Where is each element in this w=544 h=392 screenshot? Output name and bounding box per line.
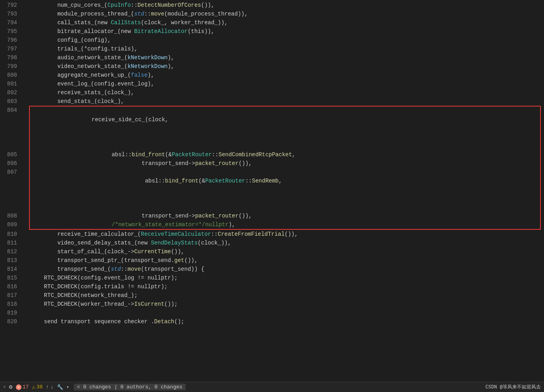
- code-line-806: 806 transport_send->packet_router()),: [0, 159, 541, 168]
- code-line-805: 805 absl::bind_front(&PacketRouter::Send…: [0, 150, 541, 159]
- code-line-820: 820 send transport sequence checker .Det…: [0, 317, 544, 326]
- code-line-799: 799 video_network_state_(kNetworkDown),: [0, 62, 544, 71]
- code-line-812: 812 start_of_call_(clock_->CurrentTime()…: [0, 247, 544, 256]
- error-indicator[interactable]: ✕ 17: [16, 384, 29, 390]
- code-line-804: 804 receive_side_cc_(clock, ►: [0, 106, 541, 150]
- code-line-813: 813 transport_send_ptr_(transport_send.g…: [0, 256, 544, 265]
- code-line-818: 818 RTC_DCHECK(worker_thread_->IsCurrent…: [0, 300, 544, 309]
- settings-icon[interactable]: ⚙: [9, 383, 13, 391]
- git-status: < 0 changes | 0 authors, 0 changes: [74, 384, 186, 390]
- code-line-796: 796 config_(config),: [0, 36, 544, 45]
- quick-fix-icon[interactable]: 🔧: [57, 384, 63, 390]
- code-line-815: 815 RTC_DCHECK(config.event_log != nullp…: [0, 274, 544, 282]
- code-line-800: 800 aggregate_network_up_(false),: [0, 71, 544, 80]
- code-line-807: 807 absl::bind_front(&PacketRouter::Send…: [0, 168, 541, 212]
- code-line-816: 816 RTC_DCHECK(config.trials != nullptr)…: [0, 282, 544, 291]
- code-line-814: 814 transport_send_(std::move(transport_…: [0, 265, 544, 274]
- navigation-arrows[interactable]: ↑ ↓: [46, 384, 54, 390]
- code-line-801: 801 event_log_(config.event_log),: [0, 80, 544, 88]
- code-line-819: 819: [0, 309, 544, 317]
- status-bar: ▼ ⚙ ✕ 17 ⚠ 38 ↑ ↓ 🔧 ▾ < 0 changes | 0 au…: [0, 382, 544, 392]
- code-line-811: 811 video_send_delay_stats_(new SendDela…: [0, 239, 544, 247]
- warning-icon: ⚠: [32, 384, 35, 390]
- code-line-810: 810 receive_time_calculator_(ReceiveTime…: [0, 230, 544, 239]
- error-icon: ✕: [16, 384, 21, 390]
- brand-label: CSDN @等风来不如迎风去: [486, 384, 541, 390]
- code-line-817: 817 RTC_DCHECK(network_thread_);: [0, 291, 544, 300]
- scroll-indicator: ▼: [3, 385, 6, 390]
- code-line-797: 797 trials_(*config.trials),: [0, 45, 544, 53]
- code-line-798: 798 audio_network_state_(kNetworkDown),: [0, 53, 544, 62]
- arrow-up-icon[interactable]: ↑: [46, 384, 49, 390]
- code-line-809: 809 /*network_state_estimator=*/nullptr)…: [0, 220, 541, 230]
- code-line-792: 792 num_cpu_cores_(CpuInfo::DetectNumber…: [0, 1, 544, 10]
- error-count: 17: [23, 384, 29, 390]
- code-line-794: 794 call_stats_(new CallStats(clock_, wo…: [0, 18, 544, 27]
- warning-count: 38: [37, 384, 43, 390]
- quick-fix-dropdown[interactable]: ▾: [66, 384, 69, 390]
- code-line-793: 793 module_process_thread_(std::move(mod…: [0, 10, 544, 18]
- code-line-803: 803 send_stats_(clock_),: [0, 97, 544, 106]
- code-line-795: 795 bitrate_allocator_(new BitrateAlloca…: [0, 27, 544, 36]
- code-line-808: 808 transport_send->packet_router()),: [0, 212, 541, 220]
- warning-indicator[interactable]: ⚠ 38: [32, 384, 43, 390]
- git-changes-label: < 0 changes | 0 authors, 0 changes: [77, 384, 183, 390]
- code-line-802: 802 receive_stats_(clock_),: [0, 88, 544, 97]
- code-editor: 792 num_cpu_cores_(CpuInfo::DetectNumber…: [0, 0, 544, 382]
- arrow-down-icon[interactable]: ↓: [51, 384, 54, 390]
